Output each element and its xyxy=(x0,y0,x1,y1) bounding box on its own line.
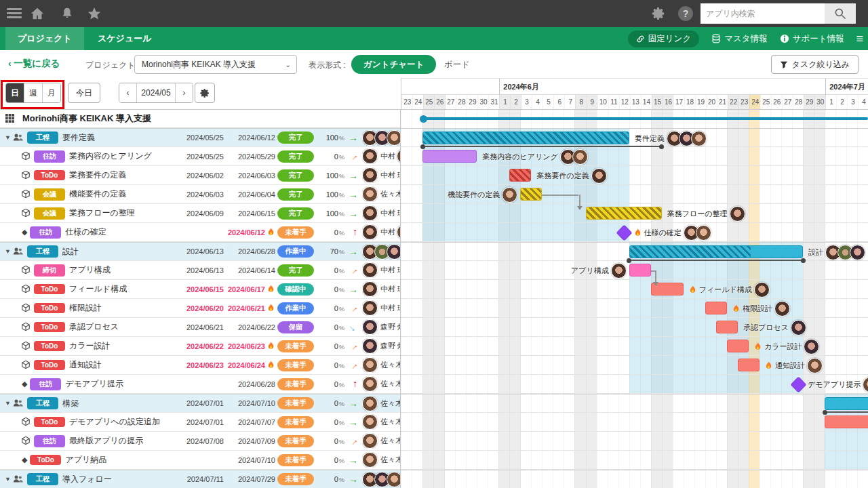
trend-arrow-icon: → xyxy=(344,455,362,466)
status-cell: 完了 xyxy=(275,169,316,182)
gantt-bar[interactable] xyxy=(509,169,531,182)
task-row[interactable]: ToDoカラー設計2024/06/222024/06/23未着手0%→森野 灯 xyxy=(0,337,400,356)
end-date: 2024/06/21 xyxy=(224,303,275,313)
end-date: 2024/06/14 xyxy=(224,266,275,274)
search-button[interactable] xyxy=(825,3,856,24)
task-row[interactable]: ▼工程設計2024/06/132024/06/28作業中70%→ xyxy=(0,242,400,261)
status-badge: 完了 xyxy=(277,150,314,163)
trend-arrow-icon: → xyxy=(344,417,362,428)
task-cube-icon xyxy=(21,189,31,199)
nav-tab-active[interactable]: プロジェクト xyxy=(5,27,84,50)
avatar xyxy=(362,338,378,354)
gantt-bar[interactable] xyxy=(825,415,868,428)
gear-icon[interactable] xyxy=(651,6,666,21)
bell-icon[interactable] xyxy=(60,6,75,21)
task-row[interactable]: 往訪最終版アプリの提示2024/07/082024/07/09未着手0%→佐々木… xyxy=(0,432,400,451)
nav-menu-icon[interactable]: ≡ xyxy=(856,32,863,46)
gantt-bar[interactable] xyxy=(825,397,868,410)
task-name: 業務内容のヒアリング xyxy=(69,150,152,162)
gantt-bar[interactable] xyxy=(727,340,749,352)
task-cell-main: ToDoデモアプリへの設定追加 xyxy=(0,416,168,428)
collapse-caret-icon[interactable]: ▼ xyxy=(5,134,11,141)
prev-period-button[interactable]: ‹ xyxy=(119,83,136,102)
nav-tab-item[interactable]: スケジュール xyxy=(85,27,164,50)
gantt-bar[interactable] xyxy=(738,359,760,371)
avatar xyxy=(362,186,378,202)
start-date: 2024/07/08 xyxy=(168,437,224,445)
task-row[interactable]: ToDoデモアプリへの設定追加2024/07/012024/07/07未着手0%… xyxy=(0,413,400,432)
view-mode-active[interactable]: ガントチャート xyxy=(351,55,436,74)
task-row[interactable]: ToDo通知設計2024/06/232024/06/24未着手0%→佐々木 菜々 xyxy=(0,356,400,375)
day-header-cell: 1 xyxy=(499,95,511,110)
task-row[interactable]: ◆往訪デモアプリ提示2024/06/28未着手0%→佐々木 菜々 xyxy=(0,375,400,394)
task-row[interactable]: ToDo承認プロセス2024/06/212024/06/22保留0%→森野 灯 xyxy=(0,318,400,337)
collapse-caret-icon[interactable]: ▼ xyxy=(5,248,11,255)
search-input[interactable] xyxy=(701,3,825,24)
gantt-bar[interactable] xyxy=(520,188,542,201)
task-row[interactable]: ◆往訪仕様の確定2024/06/12未着手0%→中村佐々木 xyxy=(0,223,400,242)
gantt-bar[interactable] xyxy=(716,321,738,333)
hamburger-menu-icon[interactable] xyxy=(7,6,22,21)
gantt-row: 通知設計 xyxy=(401,356,868,375)
task-cell-main: ToDoフィールド構成 xyxy=(0,283,168,295)
group-icon xyxy=(13,247,23,257)
day-header-cell: 9 xyxy=(587,95,598,110)
avatar xyxy=(362,452,378,468)
task-row[interactable]: ToDo業務要件の定義2024/06/022024/06/03完了100%→中村… xyxy=(0,166,400,185)
task-row[interactable]: ▼工程構築2024/07/012024/07/10未着手0%→佐々木 菜々 xyxy=(0,394,400,413)
task-row[interactable]: ▼工程要件定義2024/05/252024/06/12完了100%→ xyxy=(0,128,400,147)
task-cube-icon xyxy=(21,341,31,351)
task-row[interactable]: 締切アプリ構成2024/06/132024/06/14完了0%→中村 理沙 xyxy=(0,261,400,280)
collapse-caret-icon[interactable]: ▼ xyxy=(5,476,11,483)
zoom-mode-button[interactable]: 週 xyxy=(24,83,42,102)
assignees-cell xyxy=(362,130,400,146)
home-icon[interactable] xyxy=(30,6,45,21)
task-row[interactable]: ◆ToDoアプリ納品2024/07/10未着手0%→佐々木 菜々 xyxy=(0,451,400,470)
task-type-badge: 工程 xyxy=(27,397,58,409)
collapse-caret-icon[interactable]: ▼ xyxy=(5,400,11,407)
task-row[interactable]: 往訪業務内容のヒアリング2024/05/252024/05/29完了0%→中村佐… xyxy=(0,147,400,166)
gantt-bar[interactable] xyxy=(629,245,803,258)
back-to-list-link[interactable]: ‹ 一覧に戻る xyxy=(8,58,60,70)
gantt-bar[interactable] xyxy=(422,150,477,163)
assignee-name: 中村 理沙 xyxy=(380,303,400,313)
task-name: アプリ構成 xyxy=(69,264,111,276)
nav-link[interactable]: 固定リンク xyxy=(628,30,699,47)
task-name: 機能要件の定義 xyxy=(69,188,126,200)
gantt-bar[interactable] xyxy=(705,302,727,314)
gantt-bar[interactable] xyxy=(586,207,662,220)
help-icon[interactable]: ? xyxy=(678,6,693,21)
project-select[interactable]: Morinohi商事 KEIKAK 導入支援 ⌄ xyxy=(134,55,297,74)
status-cell: 未着手 xyxy=(275,340,316,352)
gantt-bar[interactable] xyxy=(422,131,629,144)
status-cell: 未着手 xyxy=(275,378,316,390)
today-button[interactable]: 今日 xyxy=(68,83,100,103)
zoom-mode-button[interactable]: 日 xyxy=(6,83,24,102)
milestone-diamond[interactable] xyxy=(616,224,633,241)
gantt-settings-button[interactable] xyxy=(195,83,215,103)
status-cell: 未着手 xyxy=(275,416,316,428)
next-period-button[interactable]: › xyxy=(176,83,193,102)
task-filter-button[interactable]: タスク絞り込み xyxy=(771,55,859,74)
status-cell: 保留 xyxy=(275,321,316,333)
avatar xyxy=(397,148,400,164)
gantt-label-text: 設計 xyxy=(808,247,823,258)
task-row[interactable]: ▼工程導入フォロー2024/07/112024/07/29未着手0%→ xyxy=(0,470,400,488)
nav-link[interactable]: サポート情報 xyxy=(780,33,844,45)
day-header-cell: 11 xyxy=(608,95,620,110)
task-row[interactable]: ToDo権限設計2024/06/202024/06/21作業中0%→中村 理沙 xyxy=(0,299,400,318)
avatar xyxy=(362,300,378,316)
gantt-row: 機能要件の定義 xyxy=(401,185,868,204)
gantt-bar-label: カラー設計 xyxy=(752,339,820,354)
gantt-bar[interactable] xyxy=(629,264,651,277)
view-mode-option[interactable]: ボード xyxy=(444,55,470,74)
gantt-bar-label: 設計 xyxy=(806,245,865,260)
task-row[interactable]: 会議機能要件の定義2024/06/032024/06/04完了100%→佐々木 … xyxy=(0,185,400,204)
task-row[interactable]: ToDoフィールド構成2024/06/152024/06/17確認中0%→中村 … xyxy=(0,280,400,299)
milestone-diamond[interactable] xyxy=(790,376,806,392)
nav-link[interactable]: マスタ情報 xyxy=(711,33,767,45)
star-icon[interactable] xyxy=(87,6,102,21)
zoom-mode-button[interactable]: 月 xyxy=(42,83,60,102)
fire-icon xyxy=(267,360,275,370)
task-row[interactable]: 会議業務フローの整理2024/06/092024/06/15完了100%→中村 … xyxy=(0,204,400,223)
